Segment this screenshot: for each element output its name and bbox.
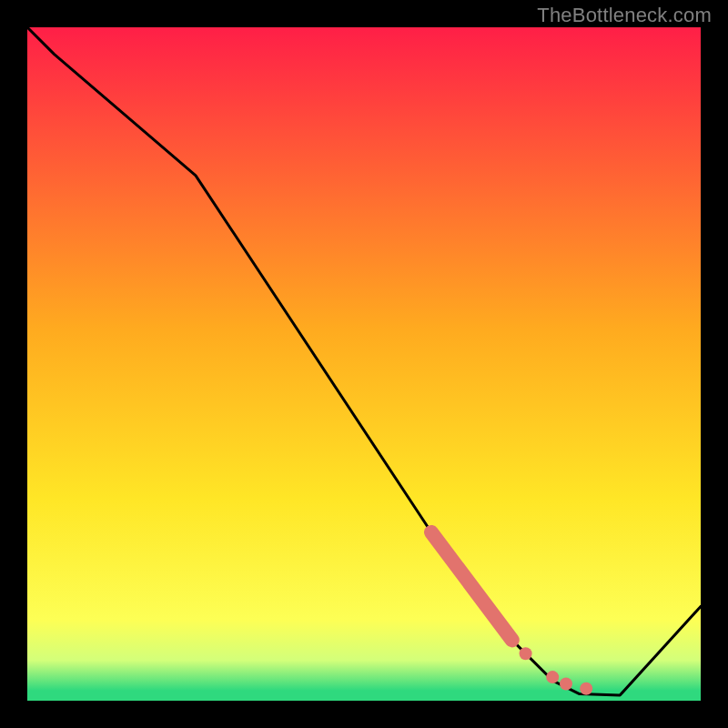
dot-c	[560, 678, 572, 691]
dot-b	[546, 671, 559, 683]
bottleneck-chart	[0, 0, 728, 728]
chart-frame: TheBottleneck.com	[0, 0, 728, 728]
dot-a	[520, 647, 532, 660]
dot-d	[580, 682, 592, 695]
watermark-text: TheBottleneck.com	[537, 4, 712, 27]
plot-background	[27, 27, 701, 701]
